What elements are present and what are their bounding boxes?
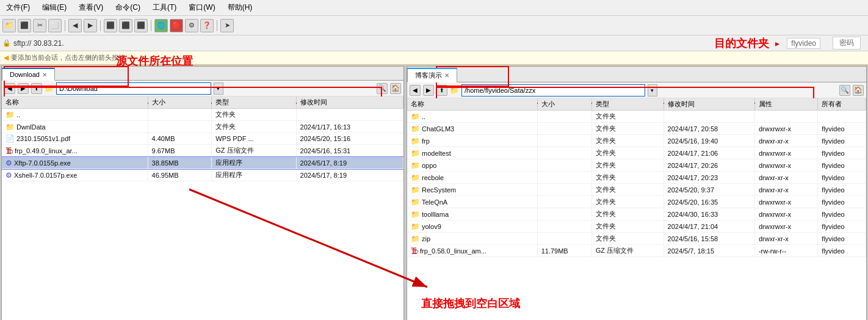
toolbar-sep-3 [151, 20, 151, 31]
flyvideo-input[interactable]: flyvideo [787, 38, 820, 49]
cell-attr: drwxrwxr-x [754, 159, 817, 172]
sftp-address[interactable]: sftp:// 30.83.21. [13, 39, 64, 48]
right-file-table: 名称 大小 类型 修改时间 属性 所有者 📁.. 文件夹 📁ChatGLM3 文… [407, 98, 866, 320]
cell-size: 46.95MB [148, 169, 212, 181]
menu-window[interactable]: 窗口(W) [185, 1, 219, 14]
sftp-lock-icon: 🔒 [2, 39, 11, 47]
left-refresh-btn[interactable]: 🔍 [377, 83, 388, 94]
table-row[interactable]: 📁modeltest 文件夹 2024/4/17, 21:06 drwxrwxr… [407, 147, 866, 159]
cell-owner: flyvideo [818, 196, 866, 208]
cell-owner: flyvideo [818, 208, 866, 220]
cell-type: 文件夹 [591, 172, 664, 184]
toolbar-btn-2[interactable]: ⬛ [18, 19, 31, 32]
right-col-name: 名称 [407, 98, 537, 111]
cell-name: 📁ChatGLM3 [407, 123, 537, 135]
right-refresh-btn[interactable]: 🔍 [839, 85, 850, 96]
toolbar-btn-6[interactable]: ▶ [84, 19, 97, 32]
toolbar-btn-3[interactable]: ✂ [33, 19, 46, 32]
table-row[interactable]: 🗜frp_0.49.0_linux_ar... 9.67MB GZ 压缩文件 2… [2, 145, 403, 157]
cell-owner [818, 111, 866, 123]
session-hint: ◀ 要添加当前会话，点击左侧的箭头按钮 [0, 51, 868, 65]
cell-name: 📁toolllama [407, 208, 537, 220]
right-back-btn[interactable]: ◀ [410, 85, 421, 96]
right-home-btn[interactable]: 🏠 [853, 85, 864, 96]
left-back-btn[interactable]: ◀ [4, 83, 15, 94]
table-row[interactable]: 📁oppo 文件夹 2024/4/17, 20:26 drwxrwxr-x fl… [407, 159, 866, 172]
left-tab-close[interactable]: ✕ [42, 71, 47, 78]
toolbar-btn-9[interactable]: ⬛ [134, 19, 148, 32]
table-row[interactable]: 📁.. 文件夹 [407, 111, 866, 123]
toolbar-btn-11[interactable]: 🔴 [170, 19, 183, 32]
cell-name: 📄2310.15051v1.pdf [2, 133, 148, 145]
table-row[interactable]: 📁ChatGLM3 文件夹 2024/4/17, 20:58 drwxrwxr-… [407, 123, 866, 135]
cell-modified: 2024/5/20, 16:35 [664, 196, 754, 208]
cell-attr [754, 111, 817, 123]
cell-size [537, 196, 591, 208]
cell-name: ⚙Xftp-7.0.0155p.exe [2, 157, 148, 169]
cell-size [537, 135, 591, 147]
menu-command[interactable]: 命令(C) [112, 1, 144, 14]
table-row[interactable]: 📁.. 文件夹 [2, 109, 403, 121]
sftp-address-bar: 🔒 sftp:// 30.83.21. 目的文件夹 ▸ flyvideo 密码 [0, 35, 868, 51]
cell-type: 文件夹 [212, 109, 296, 121]
cell-modified: 2024/5/20, 15:16 [296, 133, 403, 145]
table-row[interactable]: 📄2310.15051v1.pdf 4.40MB WPS PDF ... 202… [2, 133, 403, 145]
table-row[interactable]: 📁yolov9 文件夹 2024/4/17, 21:04 drwxrwxr-x … [407, 220, 866, 233]
menu-view[interactable]: 查看(V) [75, 1, 107, 14]
cell-attr: drwxrwxr-x [754, 147, 817, 159]
cell-name: 📁TeleQnA [407, 196, 537, 208]
table-row[interactable]: 📁TeleQnA 文件夹 2024/5/20, 16:35 drwxrwxr-x… [407, 196, 866, 208]
table-row[interactable]: 📁frp 文件夹 2024/5/16, 19:40 drwxr-xr-x fly… [407, 135, 866, 147]
table-row[interactable]: 📁toolllama 文件夹 2024/4/30, 16:33 drwxrwxr… [407, 208, 866, 220]
dest-folder-label: 目的文件夹 [714, 36, 769, 51]
menu-tools[interactable]: 工具(T) [149, 1, 180, 14]
toolbar-btn-12[interactable]: ⚙ [185, 19, 198, 32]
cell-modified: 2024/4/17, 21:04 [664, 220, 754, 233]
toolbar-btn-4[interactable]: ⬜ [48, 19, 62, 32]
table-row[interactable]: 📁DwnlData 文件夹 2024/1/17, 16:13 [2, 121, 403, 133]
menu-help[interactable]: 帮助(H) [224, 1, 256, 14]
table-row[interactable]: ⚙Xshell-7.0.0157p.exe 46.95MB 应用程序 2024/… [2, 169, 403, 181]
cell-owner: flyvideo [818, 233, 866, 245]
toolbar-btn-13[interactable]: ❓ [200, 19, 214, 32]
table-row[interactable]: 📁recbole 文件夹 2024/4/17, 20:23 drwxr-xr-x… [407, 172, 866, 184]
password-label[interactable]: 密码 [833, 37, 861, 49]
left-path-dropdown[interactable]: ▾ [214, 82, 223, 95]
left-forward-btn[interactable]: ▶ [18, 83, 29, 94]
left-home-btn[interactable]: 🏠 [390, 83, 401, 94]
cell-name: 📁DwnlData [2, 121, 148, 133]
right-tab-demo[interactable]: 博客演示 ✕ [407, 68, 457, 82]
left-path-input[interactable] [56, 82, 211, 95]
right-forward-btn[interactable]: ▶ [423, 85, 434, 96]
cell-modified: 2024/4/17, 20:23 [664, 172, 754, 184]
toolbar-btn-5[interactable]: ◀ [68, 19, 82, 32]
toolbar-btn-14[interactable]: ➤ [220, 19, 234, 32]
left-panel-tabs: Download ✕ [2, 67, 403, 81]
cell-size [537, 111, 591, 123]
right-tab-close[interactable]: ✕ [444, 72, 449, 79]
cell-modified: 2024/5/16, 19:40 [664, 135, 754, 147]
cell-type: 文件夹 [591, 111, 664, 123]
left-up-btn[interactable]: ⬆ [31, 83, 42, 94]
toolbar-sep-2 [100, 20, 101, 31]
table-row[interactable]: 🗜frp_0.58.0_linux_am... 11.79MB GZ 压缩文件 … [407, 245, 866, 257]
left-col-type: 类型 [212, 96, 296, 109]
toolbar-btn-7[interactable]: ⬛ [104, 19, 117, 32]
menu-file[interactable]: 文件(F) [2, 1, 34, 14]
menubar: 文件(F) 编辑(E) 查看(V) 命令(C) 工具(T) 窗口(W) 帮助(H… [0, 0, 868, 16]
right-path-dropdown[interactable]: ▾ [648, 84, 657, 96]
menu-edit[interactable]: 编辑(E) [38, 1, 70, 14]
cell-type: 文件夹 [591, 135, 664, 147]
cell-type: 文件夹 [591, 123, 664, 135]
table-row[interactable]: 📁RecSystem 文件夹 2024/5/20, 9:37 drwxr-xr-… [407, 184, 866, 196]
left-tab-download[interactable]: Download ✕ [2, 68, 55, 81]
cell-name: 🗜frp_0.49.0_linux_ar... [2, 145, 148, 157]
new-session-btn[interactable]: 📁 [2, 19, 16, 32]
right-up-btn[interactable]: ⬆ [436, 85, 447, 96]
cell-name: 📁RecSystem [407, 184, 537, 196]
toolbar-btn-8[interactable]: ⬛ [119, 19, 132, 32]
right-path-input[interactable] [461, 84, 645, 96]
toolbar-btn-10[interactable]: 🌐 [154, 19, 168, 32]
table-row[interactable]: ⚙Xftp-7.0.0155p.exe 38.85MB 应用程序 2024/5/… [2, 157, 403, 169]
table-row[interactable]: 📁zip 文件夹 2024/5/16, 15:58 drwxr-xr-x fly… [407, 233, 866, 245]
